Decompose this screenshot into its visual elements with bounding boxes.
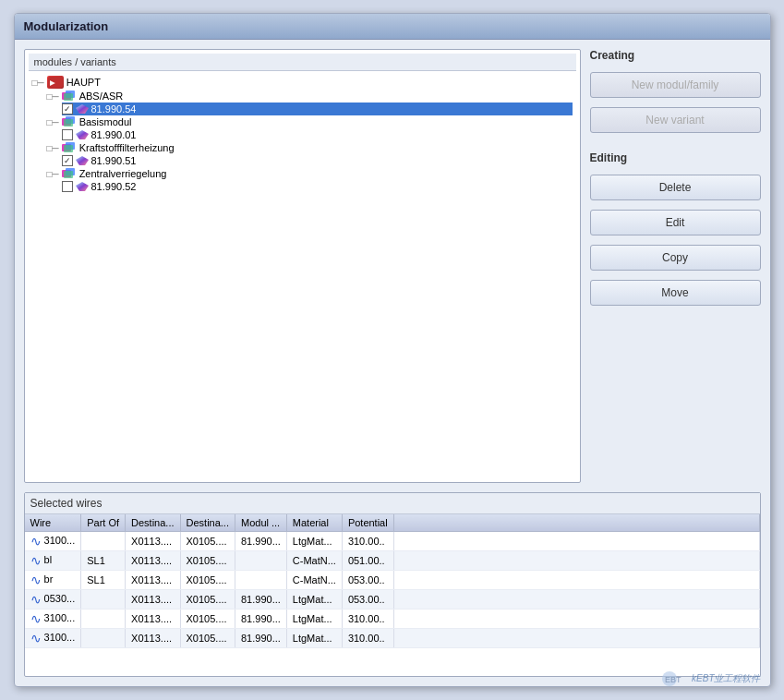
col-potential: Potential: [342, 514, 393, 532]
move-button[interactable]: Move: [590, 280, 761, 306]
cell-material: LtgMat...: [286, 629, 342, 648]
checkbox-81990-01[interactable]: [62, 129, 73, 140]
table-header: Wire Part Of Destina... Destina... Modul…: [25, 514, 760, 532]
label-81990-54: 81.990.54: [91, 103, 137, 115]
cell-modul: [235, 551, 286, 571]
svg-text:EBT: EBT: [665, 675, 681, 684]
dialog-title: Modularization: [15, 14, 770, 40]
table-row[interactable]: ∿ 3100... X0113.... X0105.... 81.990... …: [25, 532, 760, 551]
cell-dest1: X0113....: [126, 629, 180, 648]
edit-button[interactable]: Edit: [590, 210, 761, 235]
gem-icon-81990-52: [76, 182, 89, 191]
creating-title: Creating: [590, 49, 761, 62]
cell-dest1: X0113....: [126, 532, 180, 551]
cell-material: LtgMat...: [286, 532, 342, 551]
cell-extra: [393, 551, 759, 571]
label-81990-51: 81.990.51: [91, 155, 137, 166]
col-part-of: Part Of: [81, 514, 126, 532]
svg-marker-17: [76, 182, 89, 191]
editing-title: Editing: [590, 151, 761, 164]
cell-material: LtgMat...: [286, 609, 342, 629]
label-81990-01: 81.990.01: [91, 129, 137, 140]
checkbox-81990-52[interactable]: [62, 181, 73, 192]
absasr-icon: [62, 91, 77, 102]
watermark-icon: EBT: [662, 670, 688, 688]
cell-dest2: X0105....: [180, 532, 235, 551]
gem-icon-81990-01: [76, 130, 89, 139]
svg-rect-12: [64, 145, 73, 152]
cell-modul: 81.990...: [235, 629, 286, 648]
svg-rect-16: [64, 171, 73, 178]
tree-node-81990-52[interactable]: 81.990.52: [62, 180, 573, 193]
right-panel: Creating New modul/family New variant Ed…: [590, 49, 761, 483]
cell-part-of: [81, 590, 126, 609]
copy-button[interactable]: Copy: [590, 245, 761, 271]
tree-connector: □─: [47, 169, 59, 179]
cell-dest2: X0105....: [180, 571, 235, 590]
tree-node-basismodul[interactable]: □─ Basismodul: [47, 115, 573, 128]
tree-node-81990-01[interactable]: 81.990.01: [62, 128, 573, 141]
gem-icon-81990-51: [76, 156, 89, 165]
cell-dest1: X0113....: [126, 571, 180, 590]
table-row[interactable]: ∿ br SL1 X0113.... X0105.... C-MatN... 0…: [25, 571, 760, 590]
new-variant-button[interactable]: New variant: [590, 107, 761, 133]
kraftstoff-label: Kraftstofffilterheizung: [79, 142, 175, 153]
tree-node-haupt[interactable]: □─ ▶ HAUPT: [32, 75, 573, 90]
cell-wire: ∿ 3100...: [25, 532, 81, 551]
col-extra: [393, 514, 759, 532]
cell-material: LtgMat...: [286, 590, 342, 609]
tree-node-zentralv[interactable]: □─ Zentralverriegelung: [47, 167, 573, 180]
cell-wire: ∿ 0530...: [25, 590, 81, 609]
cell-modul: [235, 571, 286, 590]
new-module-button[interactable]: New modul/family: [590, 72, 761, 98]
cell-dest2: X0105....: [180, 551, 235, 571]
kraftstoff-icon: [62, 142, 77, 153]
cell-part-of: [81, 629, 126, 648]
cell-part-of: SL1: [81, 571, 126, 590]
cell-extra: [393, 629, 759, 648]
col-dest1: Destina...: [126, 514, 180, 532]
col-wire: Wire: [25, 514, 81, 532]
cell-potential: 310.00..: [342, 532, 393, 551]
cell-dest1: X0113....: [126, 590, 180, 609]
table-row[interactable]: ∿ bl SL1 X0113.... X0105.... C-MatN... 0…: [25, 551, 760, 571]
wires-table-container[interactable]: Wire Part Of Destina... Destina... Modul…: [25, 514, 760, 648]
cell-modul: 81.990...: [235, 590, 286, 609]
zentralv-label: Zentralverriegelung: [79, 168, 167, 179]
checkbox-81990-51[interactable]: [62, 155, 73, 166]
delete-button[interactable]: Delete: [590, 175, 761, 200]
selected-wires-title: Selected wires: [25, 493, 760, 514]
table-body: ∿ 3100... X0113.... X0105.... 81.990... …: [25, 532, 760, 648]
cell-dest2: X0105....: [180, 609, 235, 629]
cell-extra: [393, 571, 759, 590]
table-row[interactable]: ∿ 3100... X0113.... X0105.... 81.990... …: [25, 609, 760, 629]
modules-variants-label: modules / variants: [29, 54, 576, 71]
cell-modul: 81.990...: [235, 609, 286, 629]
col-material: Material: [286, 514, 342, 532]
haupt-icon: ▶: [47, 76, 64, 89]
table-row[interactable]: ∿ 0530... X0113.... X0105.... 81.990... …: [25, 590, 760, 609]
tree-node-81990-51[interactable]: 81.990.51: [62, 154, 573, 167]
table-row[interactable]: ∿ 3100... X0113.... X0105.... 81.990... …: [25, 629, 760, 648]
header-row: Wire Part Of Destina... Destina... Modul…: [25, 514, 760, 532]
cell-extra: [393, 590, 759, 609]
cell-dest2: X0105....: [180, 629, 235, 648]
checkbox-81990-54[interactable]: [62, 103, 73, 115]
cell-dest2: X0105....: [180, 590, 235, 609]
cell-part-of: [81, 532, 126, 551]
cell-potential: 053.00..: [342, 571, 393, 590]
cell-potential: 310.00..: [342, 629, 393, 648]
cell-dest1: X0113....: [126, 551, 180, 571]
tree-connector: □─: [32, 78, 44, 88]
tree-node-absasr[interactable]: □─ ABS/ASR: [47, 90, 573, 103]
cell-potential: 051.00..: [342, 551, 393, 571]
cell-modul: 81.990...: [235, 532, 286, 551]
tree-node-kraftstoff[interactable]: □─ Kraftstofffilterheizung: [47, 141, 573, 154]
col-modul: Modul ...: [235, 514, 286, 532]
selected-wires-panel: Selected wires Wire Part Of Destina... D…: [24, 492, 761, 677]
dialog-body: modules / variants □─ ▶ HAUPT □─: [15, 40, 770, 492]
cell-wire: ∿ br: [25, 571, 81, 590]
tree-node-81990-54[interactable]: 81.990.54: [62, 103, 573, 115]
svg-rect-8: [64, 119, 73, 127]
absasr-label: ABS/ASR: [79, 91, 124, 102]
